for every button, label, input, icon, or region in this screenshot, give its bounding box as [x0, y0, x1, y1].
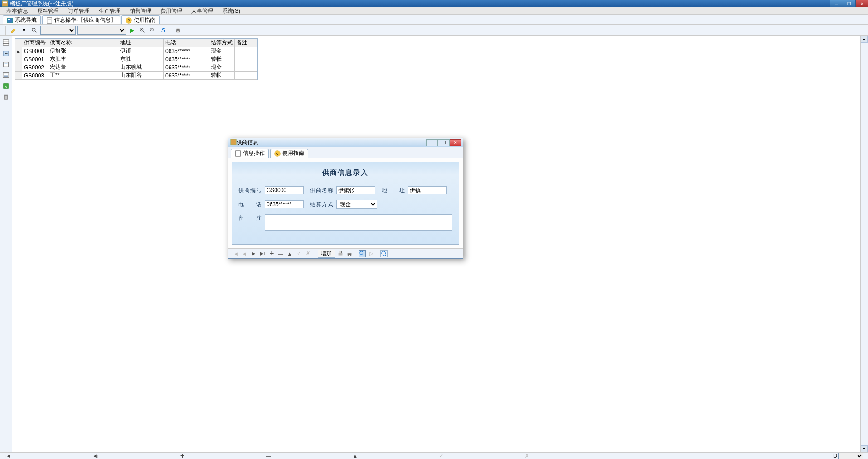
- sidebar-list-icon[interactable]: [2, 71, 10, 79]
- refresh-icon[interactable]: S: [159, 26, 168, 35]
- preview-icon[interactable]: [380, 250, 388, 257]
- svg-rect-4: [47, 17, 52, 23]
- nav-edit-icon[interactable]: ▲: [353, 453, 358, 459]
- supplier-grid[interactable]: 供商编号供商名称地址电话结算方式备注GS0000伊旗张伊镇0635******现…: [15, 38, 258, 80]
- zoom-in-icon[interactable]: +: [138, 26, 147, 35]
- vertical-scrollbar[interactable]: ▲ ▼: [860, 36, 868, 452]
- grid-header[interactable]: 电话: [164, 39, 209, 47]
- table-row[interactable]: GS0001东胜李东胜0635******转帐: [15, 55, 257, 63]
- nav-cancel-icon[interactable]: ✗: [525, 453, 529, 459]
- print-preview-icon[interactable]: [337, 250, 344, 257]
- grid-header[interactable]: 结算方式: [209, 39, 235, 47]
- nav-last-icon[interactable]: ▶ı: [259, 250, 266, 257]
- tab-usage-guide[interactable]: ? 使用指南: [121, 15, 160, 24]
- svg-point-45: [382, 251, 386, 255]
- table-row[interactable]: GS0003王**山东阳谷0635******转帐: [15, 72, 257, 80]
- nav-delete-icon[interactable]: —: [266, 453, 271, 459]
- dropdown-icon[interactable]: ▾: [19, 26, 29, 35]
- filter-value-select[interactable]: [77, 26, 126, 35]
- window-close-button[interactable]: ✕: [855, 0, 868, 7]
- dialog-tab-info[interactable]: 信息操作: [231, 149, 269, 158]
- zoom-out-icon[interactable]: -: [148, 26, 157, 35]
- nav-next-icon[interactable]: ▶: [250, 250, 257, 257]
- svg-rect-20: [3, 40, 9, 45]
- nav-add-icon[interactable]: ✚: [268, 250, 275, 257]
- svg-line-44: [363, 254, 364, 256]
- grid-header[interactable]: 供商名称: [48, 39, 118, 47]
- nav-delete-icon[interactable]: —: [277, 250, 284, 257]
- print-icon[interactable]: [174, 26, 183, 35]
- nav-prev-icon[interactable]: ◄: [241, 250, 248, 257]
- sidebar-form-icon[interactable]: ☷: [2, 49, 10, 58]
- dialog-close-button[interactable]: ✕: [450, 139, 461, 146]
- svg-rect-25: [4, 62, 9, 67]
- table-row[interactable]: GS0002宏达董山东聊城0635******现金: [15, 63, 257, 72]
- dialog-maximize-button[interactable]: ❐: [438, 139, 450, 146]
- help-icon: ?: [274, 150, 281, 157]
- menu-raw-materials[interactable]: 原料管理: [33, 7, 63, 15]
- svg-rect-1: [3, 2, 7, 4]
- window-maximize-button[interactable]: ❐: [843, 0, 855, 7]
- search-icon[interactable]: [359, 250, 366, 257]
- dialog-minimize-button[interactable]: ─: [426, 139, 438, 146]
- table-row[interactable]: GS0000伊旗张伊镇0635******现金: [15, 47, 257, 55]
- sidebar-detail-icon[interactable]: [2, 60, 10, 68]
- nav-edit-icon[interactable]: ▲: [286, 250, 293, 257]
- window-minimize-button[interactable]: ─: [830, 0, 843, 7]
- menu-sales[interactable]: 销售管理: [125, 7, 156, 15]
- svg-rect-34: [4, 95, 8, 96]
- add-button[interactable]: 增加: [318, 250, 335, 258]
- document-icon: [235, 150, 241, 157]
- menu-hr[interactable]: 人事管理: [187, 7, 218, 15]
- grid-header[interactable]: 备注: [235, 39, 257, 47]
- print-icon[interactable]: [346, 250, 353, 257]
- scroll-down-icon[interactable]: ▼: [861, 445, 868, 452]
- svg-rect-36: [236, 150, 241, 156]
- menu-basic-info[interactable]: 基本信息: [2, 7, 33, 15]
- menu-expenses[interactable]: 费用管理: [156, 7, 187, 15]
- sidebar-export-icon[interactable]: X: [2, 82, 10, 90]
- nav-first-icon[interactable]: ı◄: [232, 250, 239, 257]
- search-icon[interactable]: [30, 26, 39, 35]
- label-payment: 结算方式: [310, 201, 334, 208]
- id-select[interactable]: [838, 453, 863, 459]
- payment-method-select[interactable]: 现金转帐: [336, 200, 377, 209]
- svg-text:?: ?: [128, 18, 130, 23]
- tab-info-operation[interactable]: 信息操作-【供应商信息】: [42, 15, 120, 24]
- tab-system-nav[interactable]: 系统导航: [3, 15, 41, 24]
- nav-first-icon[interactable]: ı◄: [5, 453, 11, 459]
- supplier-dialog: 供商信息 ─ ❐ ✕ 信息操作 ? 使用指南 供商信息录入 供商编号 供商名称 …: [228, 138, 463, 259]
- scroll-up-icon[interactable]: ▲: [861, 36, 868, 43]
- play-icon[interactable]: ▷: [368, 250, 375, 257]
- remark-field[interactable]: [265, 214, 452, 231]
- sidebar-delete-icon[interactable]: [2, 93, 10, 101]
- menu-production[interactable]: 生产管理: [94, 7, 125, 15]
- edit-icon[interactable]: [9, 26, 18, 35]
- nav-add-icon[interactable]: ✚: [180, 453, 184, 459]
- svg-rect-39: [339, 253, 343, 255]
- dialog-icon: [230, 139, 237, 146]
- label-supplier-id: 供商编号: [238, 187, 262, 194]
- svg-text:+: +: [141, 28, 142, 31]
- grid-header[interactable]: 供商编号: [22, 39, 48, 47]
- menu-orders[interactable]: 订单管理: [63, 7, 94, 15]
- svg-rect-19: [177, 31, 179, 33]
- phone-field[interactable]: [265, 200, 304, 208]
- nav-save-icon[interactable]: ✓: [439, 453, 443, 459]
- help-icon: ?: [126, 17, 132, 24]
- nav-icon: [7, 17, 13, 24]
- dialog-tab-bar: 信息操作 ? 使用指南: [228, 147, 463, 158]
- run-icon[interactable]: ▶: [127, 26, 136, 35]
- dialog-tab-guide[interactable]: ? 使用指南: [270, 149, 308, 158]
- nav-save-icon[interactable]: ✓: [295, 250, 302, 257]
- supplier-name-field[interactable]: [336, 186, 375, 194]
- svg-rect-18: [177, 28, 179, 29]
- address-field[interactable]: [408, 186, 447, 194]
- dialog-titlebar[interactable]: 供商信息 ─ ❐ ✕: [228, 138, 463, 147]
- grid-header[interactable]: 地址: [118, 39, 164, 47]
- nav-cancel-icon[interactable]: ✗: [304, 250, 311, 257]
- sidebar-grid-icon[interactable]: [2, 39, 10, 47]
- menu-system[interactable]: 系统(S): [218, 7, 245, 15]
- nav-prev-icon[interactable]: ◄ı: [92, 453, 99, 459]
- filter-field-select[interactable]: [40, 26, 76, 35]
